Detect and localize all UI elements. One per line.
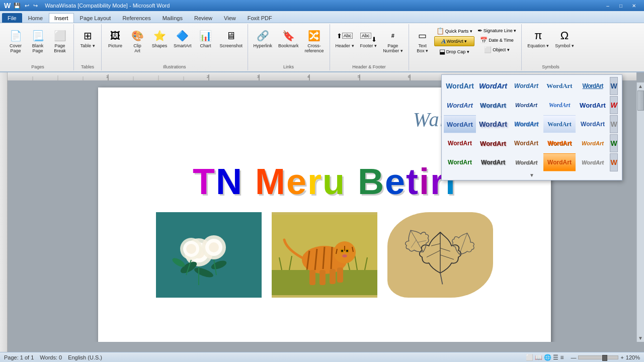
- object-button[interactable]: ⬜ Object ▾: [475, 45, 519, 54]
- wordart-style-8[interactable]: WordArt: [510, 96, 542, 114]
- cover-page-button[interactable]: 📄 CoverPage: [5, 26, 26, 55]
- footer-icon: Abc⬇: [360, 28, 376, 44]
- clip-art-icon: 🎨: [129, 28, 145, 44]
- page-break-button[interactable]: ⬜ PageBreak: [49, 26, 70, 55]
- letter-r: r: [307, 161, 323, 202]
- equation-button[interactable]: π Equation ▾: [525, 26, 551, 50]
- quick-parts-label: Quick Parts ▾: [445, 29, 472, 34]
- vertical-scrollbar[interactable]: ▲ ▼: [636, 82, 644, 342]
- full-reading-button[interactable]: 📖: [535, 354, 542, 361]
- wordart-style-24[interactable]: WordArt: [543, 153, 576, 171]
- scroll-up-button[interactable]: ▲: [637, 82, 644, 90]
- wordart-style-12[interactable]: WordArt: [477, 115, 509, 133]
- wordart-style-7[interactable]: WordArt: [477, 96, 509, 114]
- footer-button[interactable]: Abc⬇ Footer ▾: [358, 26, 380, 50]
- quick-parts-button[interactable]: 📋 Quick Parts ▾: [434, 26, 474, 36]
- wordart-style-13[interactable]: WordArt: [510, 115, 542, 133]
- zoom-slider[interactable]: [578, 355, 618, 359]
- scrollbar-thumb[interactable]: [637, 90, 644, 111]
- tab-view[interactable]: View: [218, 13, 242, 23]
- wordart-style-21[interactable]: WordArt: [444, 153, 476, 171]
- wordart-style-3[interactable]: WordArt: [510, 77, 542, 95]
- zoom-in-button[interactable]: +: [620, 354, 623, 360]
- wordart-style-18[interactable]: WordArt: [510, 134, 542, 152]
- wordart-scroll-down[interactable]: ▼: [444, 172, 620, 178]
- wordart-style-16[interactable]: WordArt: [444, 134, 476, 152]
- tab-home[interactable]: Home: [23, 13, 48, 23]
- page-number-button[interactable]: # PageNumber ▾: [380, 26, 406, 55]
- tab-file[interactable]: File: [2, 13, 22, 23]
- bookmark-button[interactable]: 🔖 Bookmark: [276, 26, 301, 50]
- wordart-side-2[interactable]: W: [610, 96, 618, 114]
- wordart-side-4[interactable]: W: [610, 134, 618, 152]
- wordart-side-5[interactable]: W: [610, 153, 618, 171]
- letter-u: u: [323, 161, 346, 202]
- draft-button[interactable]: ≡: [560, 354, 564, 361]
- tab-foxit[interactable]: Foxit PDF: [242, 13, 278, 23]
- cross-reference-button[interactable]: 🔀 Cross-reference: [302, 26, 327, 55]
- shapes-button[interactable]: ⭐ Shapes: [149, 26, 170, 50]
- maximize-button[interactable]: □: [615, 2, 627, 10]
- header-button[interactable]: ⬆Abc Header ▾: [333, 26, 357, 50]
- ruler-vertical: [0, 72, 8, 352]
- wordart-style-11[interactable]: WordArt: [444, 115, 476, 133]
- outline-button[interactable]: ☰: [553, 354, 558, 361]
- pages-group-label: Pages: [31, 63, 44, 70]
- quick-access-redo[interactable]: ↪: [33, 3, 38, 9]
- screenshot-button[interactable]: 🖥 Screenshot: [217, 26, 245, 50]
- quick-access-undo[interactable]: ↩: [25, 3, 29, 9]
- ribbon-group-tables: ⊞ Table ▾ Tables: [74, 24, 102, 70]
- picture-button[interactable]: 🖼 Picture: [105, 26, 126, 50]
- wordart-style-22[interactable]: WordArt: [477, 153, 509, 171]
- ribbon-group-pages: 📄 CoverPage 📃 BlankPage ⬜ PageBreak Page…: [2, 24, 74, 70]
- wordart-side-3[interactable]: W: [610, 115, 618, 133]
- minimize-button[interactable]: –: [602, 2, 614, 10]
- wordart-style-25[interactable]: WordArt: [577, 153, 609, 171]
- table-button[interactable]: ⊞ Table ▾: [77, 26, 98, 50]
- signature-line-button[interactable]: ✒ Signature Line ▾: [475, 26, 519, 35]
- quick-parts-group: 📋 Quick Parts ▾ A WordArt ▾ ⬓ Drop Cap ▾: [434, 26, 474, 56]
- scroll-down-button[interactable]: ▼: [637, 335, 644, 341]
- symbol-button[interactable]: Ω Symbol ▾: [552, 26, 577, 50]
- wordart-style-20[interactable]: WordArt: [577, 134, 609, 152]
- wordart-style-14[interactable]: WordArt: [543, 115, 576, 133]
- wordart-style-23[interactable]: WordArt: [510, 153, 542, 171]
- date-time-button[interactable]: 📅 Date & Time: [475, 36, 519, 45]
- web-layout-button[interactable]: 🌐: [544, 354, 551, 361]
- svg-line-50: [331, 247, 332, 269]
- close-button[interactable]: ✕: [628, 2, 640, 10]
- hyperlink-button[interactable]: 🔗 Hyperlink: [251, 26, 275, 50]
- svg-rect-62: [337, 267, 343, 283]
- clip-art-button[interactable]: 🎨 ClipArt: [127, 26, 148, 55]
- quick-access-save[interactable]: 💾: [14, 3, 21, 9]
- tab-references[interactable]: References: [117, 13, 156, 23]
- print-layout-button[interactable]: ⬜: [526, 354, 533, 361]
- tab-page-layout[interactable]: Page Layout: [74, 13, 117, 23]
- page-break-label: PageBreak: [54, 44, 66, 54]
- wordart-style-15[interactable]: WordArt: [577, 115, 609, 133]
- wordart-style-4[interactable]: WordArt: [543, 77, 576, 95]
- zoom-out-button[interactable]: —: [571, 354, 576, 360]
- table-label: Table ▾: [80, 44, 95, 49]
- wordart-button[interactable]: A WordArt ▾: [434, 36, 474, 46]
- drop-cap-button[interactable]: ⬓ Drop Cap ▾: [434, 47, 474, 56]
- wordart-style-10[interactable]: WordArt: [577, 96, 609, 114]
- wordart-style-19[interactable]: WordArt: [543, 134, 576, 152]
- wordart-side-1[interactable]: W: [610, 77, 618, 95]
- wordart-style-1[interactable]: WordArt: [444, 77, 476, 95]
- wordart-style-5[interactable]: WordArt: [577, 77, 609, 95]
- wordart-style-9[interactable]: WordArt: [543, 96, 576, 114]
- blank-page-button[interactable]: 📃 BlankPage: [27, 26, 48, 55]
- chart-button[interactable]: 📊 Chart: [195, 26, 216, 50]
- tab-insert[interactable]: Insert: [49, 13, 74, 23]
- wordart-style-6[interactable]: WordArt: [444, 96, 476, 114]
- cross-reference-label: Cross-reference: [305, 44, 324, 54]
- text-box-button[interactable]: ▭ TextBox ▾: [412, 26, 433, 55]
- wordart-style-2[interactable]: WordArt: [477, 77, 509, 95]
- page-indicator: Page: 1 of 1: [4, 354, 34, 360]
- smartart-button[interactable]: 🔷 SmartArt: [171, 26, 194, 50]
- tab-mailings[interactable]: Mailings: [157, 13, 188, 23]
- tab-review[interactable]: Review: [189, 13, 218, 23]
- wordart-style-17[interactable]: WordArt: [477, 134, 509, 152]
- zoom-thumb[interactable]: [602, 355, 607, 361]
